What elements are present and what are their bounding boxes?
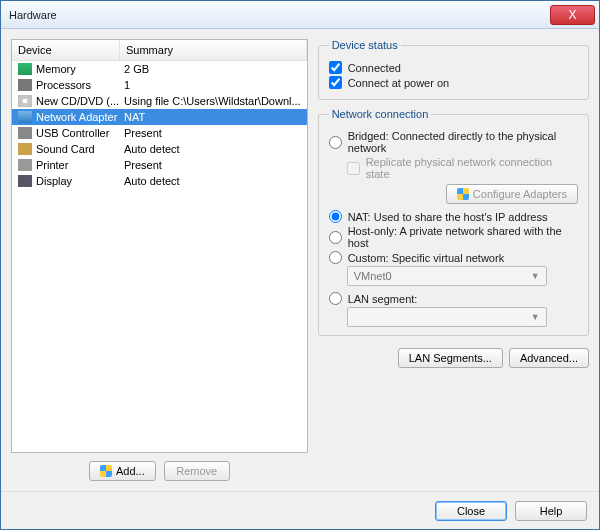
device-icon	[18, 159, 32, 171]
network-connection-group: Network connection Bridged: Connected di…	[318, 108, 589, 336]
device-name: USB Controller	[36, 127, 124, 139]
help-button[interactable]: Help	[515, 501, 587, 521]
device-icon	[18, 63, 32, 75]
col-device[interactable]: Device	[12, 40, 120, 60]
table-row[interactable]: Sound CardAuto detect	[12, 141, 307, 157]
device-summary: Auto detect	[124, 143, 301, 155]
connect-power-on-checkbox[interactable]: Connect at power on	[329, 76, 578, 89]
connected-checkbox[interactable]: Connected	[329, 61, 578, 74]
device-summary: 2 GB	[124, 63, 301, 75]
remove-button[interactable]: Remove	[164, 461, 230, 481]
custom-vmnet-select: VMnet0▼	[347, 266, 547, 286]
lan-segments-button[interactable]: LAN Segments...	[398, 348, 503, 368]
lan-segment-select: ▼	[347, 307, 547, 327]
device-name: Sound Card	[36, 143, 124, 155]
right-buttons: LAN Segments... Advanced...	[318, 348, 589, 368]
device-icon	[18, 143, 32, 155]
lan-segment-radio[interactable]: LAN segment:	[329, 292, 578, 305]
replicate-checkbox: Replicate physical network connection st…	[347, 156, 578, 180]
left-pane: Device Summary Memory2 GBProcessors1New …	[11, 39, 308, 481]
content: Device Summary Memory2 GBProcessors1New …	[1, 29, 599, 491]
table-row[interactable]: PrinterPresent	[12, 157, 307, 173]
device-icon	[18, 111, 32, 123]
shield-icon	[100, 465, 112, 477]
hardware-dialog: Hardware X Device Summary Memory2 GBProc…	[0, 0, 600, 530]
device-summary: 1	[124, 79, 301, 91]
device-icon	[18, 175, 32, 187]
shield-icon	[457, 188, 469, 200]
table-row[interactable]: Network AdapterNAT	[12, 109, 307, 125]
device-summary: Using file C:\Users\Wildstar\Downl...	[124, 95, 301, 107]
chevron-down-icon: ▼	[531, 271, 540, 281]
device-icon	[18, 127, 32, 139]
table-row[interactable]: New CD/DVD (...Using file C:\Users\Wilds…	[12, 93, 307, 109]
col-summary[interactable]: Summary	[120, 40, 307, 60]
list-body: Memory2 GBProcessors1New CD/DVD (...Usin…	[12, 61, 307, 452]
right-pane: Device status Connected Connect at power…	[318, 39, 589, 481]
device-name: Network Adapter	[36, 111, 124, 123]
device-icon	[18, 95, 32, 107]
table-row[interactable]: Memory2 GB	[12, 61, 307, 77]
device-name: Memory	[36, 63, 124, 75]
device-list[interactable]: Device Summary Memory2 GBProcessors1New …	[11, 39, 308, 453]
close-icon[interactable]: X	[550, 5, 595, 25]
add-button[interactable]: Add...	[89, 461, 156, 481]
window-title: Hardware	[9, 9, 550, 21]
chevron-down-icon: ▼	[531, 312, 540, 322]
list-header: Device Summary	[12, 40, 307, 61]
titlebar[interactable]: Hardware X	[1, 1, 599, 29]
table-row[interactable]: USB ControllerPresent	[12, 125, 307, 141]
custom-radio[interactable]: Custom: Specific virtual network	[329, 251, 578, 264]
close-button[interactable]: Close	[435, 501, 507, 521]
device-name: Display	[36, 175, 124, 187]
host-only-radio[interactable]: Host-only: A private network shared with…	[329, 225, 578, 249]
left-buttons: Add... Remove	[11, 461, 308, 481]
device-name: New CD/DVD (...	[36, 95, 124, 107]
table-row[interactable]: Processors1	[12, 77, 307, 93]
device-name: Processors	[36, 79, 124, 91]
device-status-group: Device status Connected Connect at power…	[318, 39, 589, 100]
configure-adapters-button: Configure Adapters	[446, 184, 578, 204]
device-name: Printer	[36, 159, 124, 171]
table-row[interactable]: DisplayAuto detect	[12, 173, 307, 189]
advanced-button[interactable]: Advanced...	[509, 348, 589, 368]
bridged-radio[interactable]: Bridged: Connected directly to the physi…	[329, 130, 578, 154]
nat-radio[interactable]: NAT: Used to share the host's IP address	[329, 210, 578, 223]
device-summary: NAT	[124, 111, 301, 123]
device-summary: Auto detect	[124, 175, 301, 187]
device-icon	[18, 79, 32, 91]
device-status-legend: Device status	[329, 39, 401, 51]
device-summary: Present	[124, 127, 301, 139]
network-connection-legend: Network connection	[329, 108, 432, 120]
footer: Close Help	[1, 491, 599, 529]
device-summary: Present	[124, 159, 301, 171]
